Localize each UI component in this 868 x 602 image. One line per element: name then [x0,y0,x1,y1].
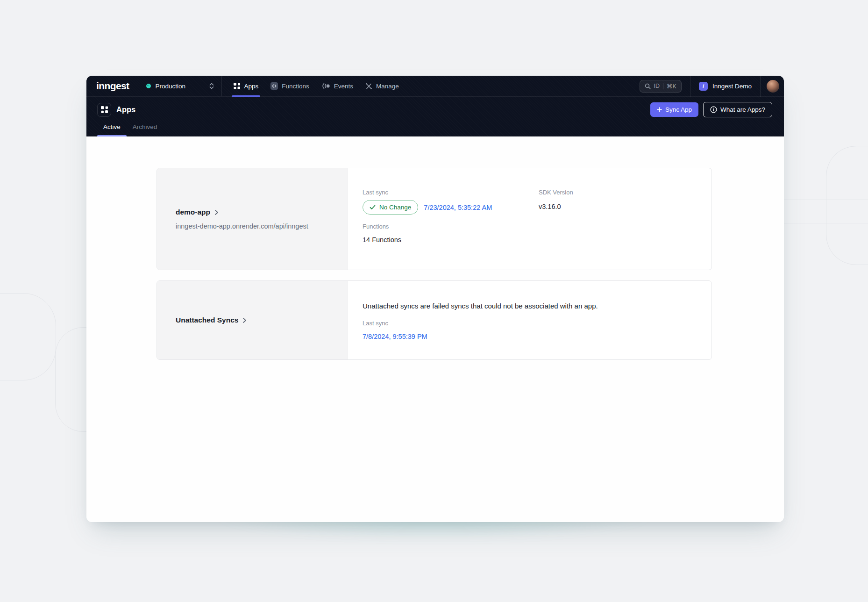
nav-tab-apps[interactable]: Apps [228,76,264,96]
nav-tab-manage[interactable]: Manage [359,76,405,96]
top-dark-block: inngest Production [86,76,784,136]
account-menu[interactable]: i Inngest Demo [690,82,760,91]
user-avatar[interactable] [767,80,779,93]
plus-icon [657,107,662,112]
code-icon [270,82,278,90]
unattached-syncs-title-link[interactable]: Unattached Syncs [176,316,328,324]
search-icon [645,83,651,89]
unattached-card-summary: Unattached Syncs [157,281,348,359]
functions-count: 14 Functions [363,236,539,244]
nav-tab-functions[interactable]: Functions [264,76,315,96]
search-separator [663,83,663,89]
nav-tab-label: Functions [282,83,309,90]
account-name: Inngest Demo [712,83,752,90]
status-badge: No Change [363,200,418,215]
environment-switcher[interactable]: Production [139,76,222,96]
app-window: inngest Production [86,76,784,522]
check-icon [370,205,376,210]
nav-tab-label: Manage [376,83,399,90]
chevron-updown-icon [209,82,214,90]
navbar-tabs: Apps Functions [222,76,405,96]
what-are-apps-button[interactable]: What are Apps? [703,102,772,117]
search-shortcut[interactable]: ID ⌘K [640,80,682,93]
nav-tab-label: Apps [244,83,258,90]
sdk-version-value: v3.16.0 [539,203,697,210]
navbar: inngest Production [86,76,784,97]
chevron-right-icon [242,317,247,323]
events-signal-icon [321,83,330,89]
background-decoration [0,293,56,380]
environment-label: Production [155,83,185,90]
logo-box: inngest [86,76,139,96]
inngest-logo: inngest [96,80,129,92]
apps-grid-icon [234,83,240,89]
nav-tab-events[interactable]: Events [315,76,359,96]
search-shortcut-keys: ⌘K [667,83,676,90]
last-sync-label: Last sync [363,189,539,196]
functions-label: Functions [363,223,539,230]
last-sync-link[interactable]: 7/23/2024, 5:35:22 AM [424,204,492,211]
page-title: Apps [116,105,135,114]
nav-tab-label: Events [334,83,353,90]
unattached-card-details: Unattached syncs are failed syncs that c… [348,281,711,359]
main-content: demo-app inngest-demo-app.onrender.com/a… [86,136,784,522]
environment-dot-icon [146,84,151,88]
background-decoration [826,146,868,265]
tab-archived[interactable]: Archived [127,123,164,136]
apps-grid-icon [97,103,111,117]
tools-icon [365,83,372,90]
sdk-version-label: SDK Version [539,189,697,196]
sync-app-button[interactable]: Sync App [650,102,698,117]
app-url: inngest-demo-app.onrender.com/api/innges… [176,222,328,230]
navbar-right: ID ⌘K i Inngest Demo [640,76,784,96]
unattached-syncs-card: Unattached Syncs Unattached syncs are fa… [157,280,712,360]
avatar-box [761,80,784,93]
app-card: demo-app inngest-demo-app.onrender.com/a… [157,168,712,270]
header-tabs: Active Archived [97,123,772,136]
chevron-right-icon [214,209,219,215]
search-id-label: ID [654,83,660,89]
tab-active[interactable]: Active [97,123,127,136]
unattached-syncs-title: Unattached Syncs [176,316,238,324]
unattached-description: Unattached syncs are failed syncs that c… [363,301,697,310]
info-icon [710,106,717,113]
page-header: Apps Sync App [86,97,784,136]
app-name: demo-app [176,208,210,216]
org-badge-icon: i [699,82,708,91]
app-card-title-link[interactable]: demo-app [176,208,328,216]
last-sync-link[interactable]: 7/8/2024, 9:55:39 PM [363,333,697,340]
last-sync-label: Last sync [363,320,697,327]
app-card-summary: demo-app inngest-demo-app.onrender.com/a… [157,168,348,270]
app-card-details: Last sync No Change 7/23/2024, 5:35:22 A… [348,168,711,270]
